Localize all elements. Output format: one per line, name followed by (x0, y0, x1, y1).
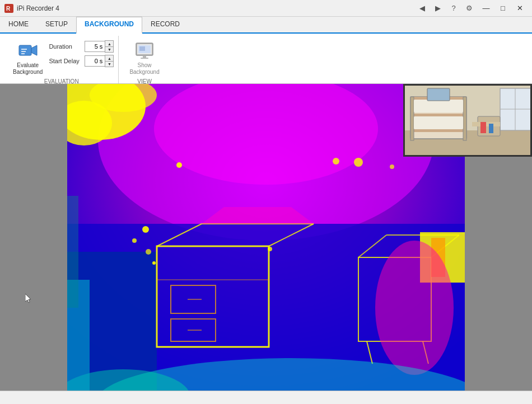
svg-marker-73 (25, 294, 31, 303)
evaluate-background-icon (18, 41, 38, 61)
ribbon-content: EvaluateBackground Duration ▲ ▼ Start De… (0, 34, 532, 84)
close-btn[interactable]: ✕ (512, 2, 528, 15)
evaluate-background-btn[interactable]: EvaluateBackground (9, 38, 46, 78)
start-delay-label: Start Delay (49, 58, 82, 64)
title-bar: R iPi Recorder 4 ◀ ▶ ? ⚙ — □ ✕ (0, 0, 532, 17)
svg-rect-10 (141, 58, 148, 59)
settings-btn[interactable]: ⚙ (461, 2, 477, 15)
start-delay-up-btn[interactable]: ▲ (105, 55, 113, 61)
start-delay-down-btn[interactable]: ▼ (105, 61, 113, 67)
svg-rect-2 (19, 45, 31, 55)
svg-point-51 (354, 158, 363, 167)
svg-rect-12 (139, 46, 145, 51)
duration-spinner[interactable]: ▲ ▼ (85, 40, 114, 53)
window-controls: ◀ ▶ ? ⚙ — □ ✕ (414, 2, 528, 15)
svg-rect-66 (414, 100, 463, 112)
ribbon-tabs: HOME SETUP BACKGROUND RECORD (0, 17, 532, 34)
camera-preview (403, 84, 532, 157)
evaluate-background-label: EvaluateBackground (13, 62, 43, 76)
tab-background[interactable]: BACKGROUND (76, 17, 142, 34)
tab-record[interactable]: RECORD (142, 17, 188, 32)
duration-row: Duration ▲ ▼ (49, 40, 114, 53)
start-delay-row: Start Delay ▲ ▼ (49, 55, 114, 67)
svg-rect-70 (480, 122, 486, 133)
svg-rect-67 (414, 116, 463, 129)
svg-point-49 (268, 247, 272, 251)
nav-back-btn[interactable]: ◀ (414, 2, 430, 15)
svg-point-46 (132, 238, 137, 243)
ribbon-group-evaluation: EvaluateBackground Duration ▲ ▼ Start De… (4, 36, 119, 83)
nav-fwd-btn[interactable]: ▶ (430, 2, 446, 15)
svg-text:R: R (6, 6, 11, 12)
camera-preview-image (405, 86, 532, 157)
svg-point-47 (146, 249, 151, 255)
maximize-btn[interactable]: □ (495, 2, 511, 15)
start-delay-spinner[interactable]: ▲ ▼ (85, 55, 114, 67)
svg-rect-65 (463, 97, 466, 140)
svg-rect-9 (143, 55, 146, 58)
duration-down-btn[interactable]: ▼ (105, 46, 113, 52)
svg-rect-71 (489, 124, 493, 133)
tab-setup[interactable]: SETUP (37, 17, 76, 32)
svg-rect-72 (427, 88, 450, 101)
duration-label: Duration (49, 43, 82, 50)
show-background-btn[interactable]: ShowBackground (125, 38, 163, 78)
main-area (0, 84, 532, 403)
spinners-group: Duration ▲ ▼ Start Delay ▲ (49, 38, 114, 67)
svg-point-52 (390, 165, 394, 169)
svg-rect-64 (410, 97, 414, 140)
svg-rect-63 (410, 129, 466, 132)
help-btn[interactable]: ? (446, 2, 461, 15)
svg-rect-41 (67, 196, 78, 308)
minimize-btn[interactable]: — (478, 2, 494, 15)
svg-point-50 (176, 162, 182, 168)
show-background-label: ShowBackground (129, 62, 159, 76)
ribbon-group-view: ShowBackground VIEW (121, 36, 167, 83)
tab-home[interactable]: HOME (0, 17, 37, 32)
app-title: iPi Recorder 4 (17, 4, 59, 12)
show-background-icon (134, 41, 155, 61)
start-delay-input[interactable] (85, 55, 105, 67)
duration-input[interactable] (85, 41, 105, 52)
svg-point-48 (152, 261, 156, 265)
svg-rect-62 (410, 114, 466, 116)
svg-marker-3 (31, 45, 37, 55)
mouse-cursor (25, 294, 32, 304)
duration-up-btn[interactable]: ▲ (105, 41, 113, 46)
svg-point-45 (142, 226, 149, 233)
svg-point-53 (333, 158, 339, 165)
app-icon: R (4, 4, 13, 13)
svg-point-37 (375, 241, 454, 375)
status-bar (0, 391, 532, 403)
